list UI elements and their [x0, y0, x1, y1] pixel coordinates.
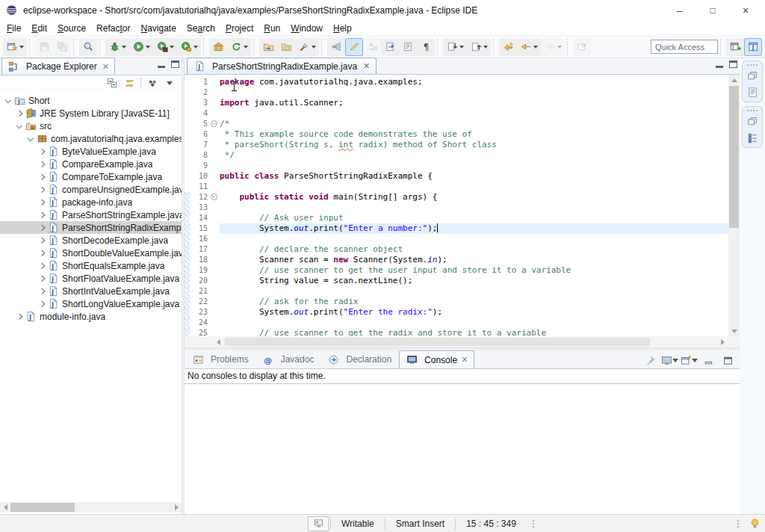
java-perspective-button[interactable]: J [744, 38, 762, 56]
chevron-right-icon[interactable] [39, 187, 45, 193]
tab-editor-file[interactable]: J ParseShortStringRadixExample.java ✕ [187, 58, 377, 74]
code-text[interactable]: */ [220, 150, 728, 161]
code-text[interactable]: // use scanner to get the user input and… [220, 265, 728, 276]
code-line-2[interactable]: 2 [185, 87, 728, 98]
tree-item-shortdoublevalueexample-java[interactable]: JShortDoubleValueExample.java [0, 247, 182, 259]
fold-column[interactable] [210, 318, 220, 328]
code-text[interactable] [220, 108, 728, 119]
tab-declaration[interactable]: Declaration [321, 350, 397, 368]
chevron-right-icon[interactable] [39, 263, 45, 269]
next-annotation-button[interactable] [443, 38, 467, 56]
editor-status-icon[interactable] [308, 516, 329, 531]
code-line-22[interactable]: 22 // ask for the radix [185, 297, 728, 307]
template-doc-button[interactable] [399, 38, 417, 56]
scroll-left-icon[interactable] [0, 502, 10, 513]
scroll-up-icon[interactable] [728, 75, 740, 85]
link-doc-button[interactable] [381, 38, 399, 56]
code-text[interactable]: public class ParseShortStringRadixExampl… [220, 171, 728, 182]
maximize-button[interactable]: □ [696, 1, 729, 20]
menu-item-help[interactable]: Help [328, 22, 357, 35]
chevron-down-icon[interactable] [16, 123, 22, 129]
collapse-all-button[interactable] [105, 76, 120, 90]
code-text[interactable] [220, 234, 728, 244]
minimize-view-icon[interactable] [158, 61, 165, 68]
tree-item-shortlongvalueexample-java[interactable]: JShortLongValueExample.java [0, 297, 182, 310]
code-line-24[interactable]: 24 [185, 318, 728, 328]
tree-expander[interactable] [37, 276, 47, 281]
minimize-editor-icon[interactable] [716, 61, 723, 68]
fold-column[interactable] [210, 108, 220, 119]
tasklist-button[interactable] [745, 85, 760, 99]
code-line-3[interactable]: 3import java.util.Scanner; [185, 98, 728, 108]
chevron-right-icon[interactable] [39, 238, 45, 244]
view-max-button[interactable] [720, 353, 735, 368]
fold-column[interactable] [210, 202, 220, 213]
chevron-right-icon[interactable] [39, 200, 45, 205]
fold-column[interactable]: − [210, 192, 220, 202]
code-text[interactable]: Scanner scan = new Scanner(System.in); [220, 255, 728, 265]
fold-column[interactable] [210, 77, 220, 87]
chevron-right-icon[interactable] [39, 225, 45, 231]
tree-expander[interactable] [37, 251, 47, 256]
code-text[interactable]: // use scanner to get the radix and stor… [220, 328, 728, 336]
close-icon[interactable]: ✕ [363, 61, 370, 71]
tree-expander[interactable] [37, 302, 47, 306]
code-line-20[interactable]: 20 String value = scan.nextLine(); [185, 276, 728, 286]
menu-item-search[interactable]: Search [182, 22, 220, 35]
tree-expander[interactable] [25, 137, 36, 140]
dropdown-arrow-icon[interactable] [244, 46, 248, 49]
scrollbar-thumb[interactable] [729, 86, 739, 228]
dropdown-arrow-icon[interactable] [692, 359, 698, 362]
tree-item-bytevalueexample-java[interactable]: JByteValueExample.java [0, 145, 182, 158]
coverage-button[interactable] [153, 38, 177, 56]
dropdown-arrow-icon[interactable] [193, 46, 198, 49]
scrollbar-thumb[interactable] [10, 503, 75, 512]
code-line-16[interactable]: 16 [185, 234, 728, 244]
tree-item-com-javatutorialhq-java-examples[interactable]: com.javatutorialhq.java.examples [0, 132, 182, 145]
run-button[interactable] [129, 38, 153, 56]
fold-column[interactable] [210, 87, 220, 98]
code-text[interactable] [220, 202, 728, 213]
code-text[interactable]: String value = scan.nextLine(); [220, 276, 728, 286]
code-line-9[interactable]: 9 [185, 161, 728, 171]
fold-column[interactable] [210, 213, 220, 223]
code-line-18[interactable]: 18 Scanner scan = new Scanner(System.in)… [185, 255, 728, 265]
code-line-11[interactable]: 11 [185, 182, 728, 192]
tree-item-short[interactable]: JShort [0, 94, 182, 107]
drag-handle-icon[interactable] [747, 108, 758, 111]
tree-expander[interactable] [37, 213, 47, 217]
fold-column[interactable] [210, 255, 220, 265]
pilcrow-button[interactable]: ¶ [417, 38, 435, 56]
dropdown-arrow-icon[interactable] [459, 46, 464, 49]
dropdown-arrow-icon[interactable] [483, 46, 488, 49]
tree-item-shortintvalueexample-java[interactable]: JShortIntValueExample.java [0, 285, 182, 297]
import-folder-button[interactable] [259, 38, 277, 56]
tree-item-parseshortstringexample-java[interactable]: JParseShortStringExample.java [0, 208, 182, 221]
fold-column[interactable] [210, 182, 220, 192]
tree-item-shortdecodeexample-java[interactable]: JShortDecodeExample.java [0, 234, 182, 247]
close-icon[interactable]: ✕ [102, 62, 109, 72]
scrollbar-thumb[interactable] [225, 338, 650, 346]
dropdown-arrow-icon[interactable] [672, 359, 678, 362]
close-icon[interactable]: ✕ [461, 355, 468, 365]
drag-handle-icon[interactable] [747, 63, 758, 66]
restore-view-button[interactable] [745, 69, 760, 82]
open-perspective-button[interactable] [726, 38, 744, 56]
view-menu-button[interactable] [162, 76, 177, 90]
notification-lightbulb-icon[interactable] [749, 518, 761, 529]
code-line-13[interactable]: 13 [185, 202, 728, 213]
export-folder-button[interactable] [277, 38, 295, 56]
flashlight-button[interactable] [327, 38, 345, 56]
package-explorer-hscrollbar[interactable] [0, 502, 182, 513]
pin-editor-button[interactable] [573, 38, 591, 56]
code-line-25[interactable]: 25 // use scanner to get the radix and s… [185, 328, 728, 336]
collapse-marker-icon[interactable]: − [211, 194, 217, 200]
fold-column[interactable] [210, 234, 220, 244]
display-console-button[interactable] [662, 353, 677, 368]
chevron-right-icon[interactable] [39, 288, 45, 294]
fold-column[interactable] [210, 286, 220, 297]
chevron-right-icon[interactable] [16, 111, 22, 117]
maximize-editor-icon[interactable] [729, 61, 737, 68]
dropdown-arrow-icon[interactable] [557, 46, 562, 49]
fold-column[interactable] [210, 98, 220, 108]
